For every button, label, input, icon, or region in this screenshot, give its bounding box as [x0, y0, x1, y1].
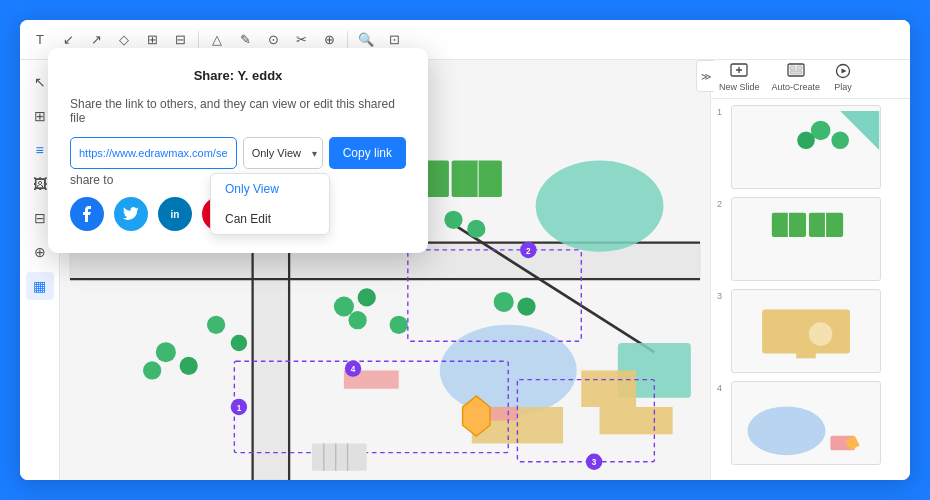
share-twitter-button[interactable] [114, 197, 148, 231]
toolbar-text-icon[interactable]: T [28, 28, 52, 52]
dropdown-can-edit[interactable]: Can Edit [211, 204, 329, 234]
slide-number-4: 4 [717, 383, 727, 393]
share-modal: Share: Y. eddx Share the link to others,… [48, 48, 428, 253]
slide-thumb-1 [731, 105, 881, 189]
copy-link-button[interactable]: Copy link [329, 137, 406, 169]
slides-list: 1 2 [711, 99, 910, 480]
svg-rect-12 [490, 407, 517, 421]
svg-rect-49 [312, 443, 367, 470]
sidebar-present-icon[interactable]: ▦ [26, 272, 54, 300]
link-input[interactable] [70, 137, 237, 169]
panel-collapse-button[interactable]: ≫ [696, 60, 714, 92]
new-slide-icon [728, 62, 750, 80]
play-action[interactable]: Play [832, 62, 854, 92]
svg-rect-57 [790, 66, 795, 70]
permission-select-wrapper: Only View Can Edit [243, 137, 323, 169]
svg-rect-9 [600, 407, 673, 434]
dropdown-only-view[interactable]: Only View [211, 174, 329, 204]
auto-create-icon [785, 62, 807, 80]
svg-text:1: 1 [237, 404, 242, 413]
svg-point-27 [358, 288, 376, 306]
modal-title: Share: Y. eddx [70, 68, 406, 83]
svg-point-29 [390, 316, 408, 334]
svg-point-24 [444, 211, 462, 229]
svg-point-66 [831, 131, 849, 149]
slide-item-1[interactable]: 1 [715, 103, 906, 191]
auto-create-label: Auto-Create [772, 82, 821, 92]
svg-point-31 [517, 297, 535, 315]
svg-text:3: 3 [592, 458, 597, 467]
svg-text:2: 2 [526, 247, 531, 256]
svg-point-36 [231, 335, 247, 351]
svg-point-65 [797, 131, 815, 149]
svg-point-33 [180, 357, 198, 375]
svg-point-75 [809, 322, 832, 345]
modal-description: Share the link to others, and they can v… [70, 97, 406, 125]
svg-point-35 [207, 316, 225, 334]
svg-rect-59 [790, 71, 802, 74]
new-slide-label: New Slide [719, 82, 760, 92]
svg-point-34 [143, 361, 161, 379]
svg-rect-8 [581, 370, 636, 407]
right-panel-toolbar: New Slide Auto-Create [711, 56, 910, 99]
right-panel: ≪ Presentation New Slide [710, 20, 910, 480]
svg-point-25 [467, 220, 485, 238]
slide-number-1: 1 [717, 107, 727, 117]
new-slide-action[interactable]: New Slide [719, 62, 760, 92]
svg-point-28 [348, 311, 366, 329]
slide-item-2[interactable]: 2 [715, 195, 906, 283]
svg-point-77 [747, 406, 825, 455]
play-label: Play [834, 82, 852, 92]
auto-create-action[interactable]: Auto-Create [772, 62, 821, 92]
permission-dropdown: Only View Can Edit [210, 173, 330, 235]
share-linkedin-button[interactable]: in [158, 197, 192, 231]
slide-item-3[interactable]: 3 [715, 287, 906, 375]
svg-text:4: 4 [351, 365, 356, 374]
slide-number-3: 3 [717, 291, 727, 301]
svg-point-26 [334, 296, 354, 316]
svg-rect-58 [797, 66, 802, 70]
permission-select[interactable]: Only View Can Edit [243, 137, 323, 169]
slide-number-2: 2 [717, 199, 727, 209]
main-area: T ↙ ↗ ◇ ⊞ ⊟ △ ✎ ⊙ ✂ ⊕ 🔍 ⊡ ↖ ⊞ ≡ 🖼 ⊟ ⊕ ▦ [20, 20, 910, 480]
toolbar-sep1 [198, 31, 199, 49]
slide-thumb-3 [731, 289, 881, 373]
svg-point-30 [494, 292, 514, 312]
toolbar-sep2 [347, 31, 348, 49]
share-facebook-button[interactable] [70, 197, 104, 231]
slide-item-4[interactable]: 4 [715, 379, 906, 467]
slide-thumb-2 [731, 197, 881, 281]
svg-point-32 [156, 342, 176, 362]
svg-point-6 [536, 160, 664, 251]
svg-rect-14 [452, 160, 502, 197]
svg-rect-67 [733, 198, 879, 280]
svg-marker-61 [842, 69, 847, 74]
slide-thumb-4 [731, 381, 881, 465]
link-row: Only View Can Edit Copy link [70, 137, 406, 169]
play-icon [832, 62, 854, 80]
